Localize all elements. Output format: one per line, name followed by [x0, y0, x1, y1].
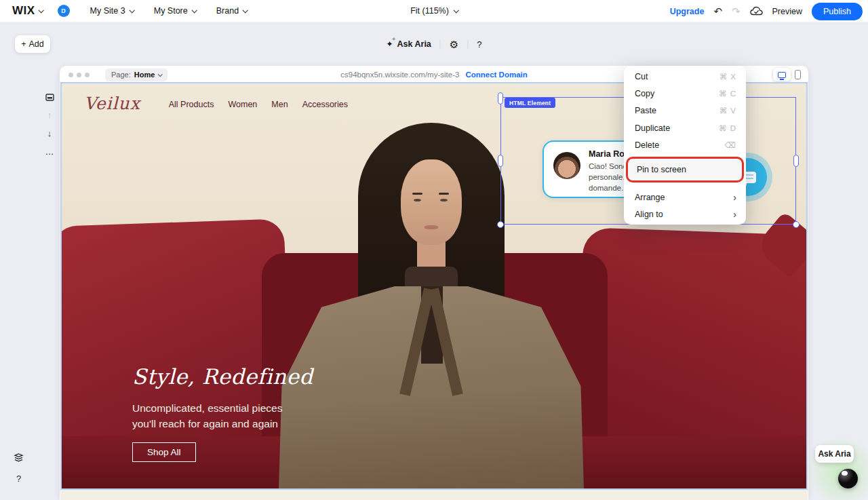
context-menu: Cut ⌘ X Copy ⌘ C Paste ⌘ V Duplicate ⌘ D…	[624, 66, 746, 225]
aria-assistant-button[interactable]	[838, 469, 858, 488]
chevron-down-icon	[38, 7, 43, 13]
hero-title: Style, Redefined	[132, 364, 313, 389]
context-menu-item-align-to[interactable]: Align to ›	[624, 206, 746, 223]
mobile-view-toggle[interactable]	[795, 70, 801, 79]
settings-gear-icon[interactable]: ⚙	[450, 39, 458, 50]
cloud-save-icon[interactable]	[750, 6, 763, 16]
ask-aria-tooltip[interactable]: Ask Aria	[815, 445, 854, 463]
window-dots	[68, 73, 90, 77]
monitor-icon	[778, 72, 786, 78]
context-menu-item-duplicate[interactable]: Duplicate ⌘ D	[624, 119, 746, 137]
preview-button[interactable]: Preview	[772, 7, 802, 16]
divider	[440, 39, 441, 49]
site-logo[interactable]: Veilux	[84, 94, 140, 113]
site-nav-all-products[interactable]: All Products	[169, 100, 214, 109]
desktop-view-toggle[interactable]	[773, 68, 791, 81]
context-menu-item-delete[interactable]: Delete ⌫	[624, 136, 746, 154]
site-nav-accessories[interactable]: Accessories	[302, 100, 348, 109]
submenu-arrow-icon: ›	[733, 210, 736, 219]
submenu-arrow-icon: ›	[733, 193, 736, 202]
more-options-icon[interactable]: …	[45, 147, 54, 156]
redo-icon[interactable]: ↷	[732, 6, 741, 16]
hero-photo-model-face	[401, 159, 462, 245]
layers-tool-icon[interactable]	[14, 453, 24, 463]
selection-handle-top-left[interactable]	[498, 92, 503, 104]
move-down-arrow-icon[interactable]: ↓	[47, 129, 52, 138]
help-icon[interactable]: ?	[16, 474, 21, 483]
upgrade-link[interactable]: Upgrade	[670, 7, 705, 16]
selection-handle-bottom-right[interactable]	[793, 221, 800, 228]
menu-my-store[interactable]: My Store	[154, 6, 196, 16]
zoom-level-selector[interactable]: Fit (115%)	[410, 6, 458, 16]
backspace-icon: ⌫	[725, 140, 736, 150]
selection-handle-mid-right[interactable]	[793, 155, 799, 167]
hero-subtitle-line2: you'll reach for again and again	[132, 416, 313, 431]
menu-my-site[interactable]: My Site 3	[90, 6, 134, 16]
site-nav-men[interactable]: Men	[271, 100, 288, 109]
selection-handle-mid-left[interactable]	[498, 155, 503, 167]
publish-button[interactable]: Publish	[812, 3, 863, 20]
connect-domain-link[interactable]: Connect Domain	[465, 71, 527, 79]
sparkle-icon: ✦✧	[386, 39, 393, 49]
ask-aria-button[interactable]: ✦✧ Ask Aria	[386, 39, 431, 49]
site-nav-women[interactable]: Women	[228, 100, 257, 109]
help-icon[interactable]: ?	[477, 39, 481, 50]
divider	[467, 39, 468, 49]
chevron-down-icon	[191, 7, 197, 13]
undo-icon[interactable]: ↶	[713, 6, 722, 16]
chat-agent-avatar	[553, 152, 580, 179]
chevron-down-icon	[453, 7, 458, 13]
context-menu-item-pin-to-screen[interactable]: Pin to screen	[626, 157, 744, 182]
page-selector[interactable]: Page: Home	[105, 69, 167, 81]
move-up-arrow-icon[interactable]: ↑	[47, 111, 52, 119]
add-element-button[interactable]: + Add	[15, 35, 50, 53]
chevron-down-icon	[158, 72, 163, 77]
context-menu-item-paste[interactable]: Paste ⌘ V	[624, 102, 746, 119]
shop-all-button[interactable]: Shop All	[132, 442, 196, 462]
hero-subtitle-line1: Uncomplicated, essential pieces	[132, 400, 313, 416]
wix-logo-menu[interactable]: WIX	[12, 4, 43, 18]
context-menu-item-arrange[interactable]: Arrange ›	[624, 189, 746, 206]
wix-logo: WIX	[12, 4, 35, 18]
menu-brand[interactable]: Brand	[216, 6, 247, 16]
chevron-down-icon	[243, 7, 248, 13]
section-tool-icon[interactable]	[45, 94, 54, 101]
context-menu-item-cut[interactable]: Cut ⌘ X	[624, 68, 746, 85]
site-url: cs94bqnx5n.wixsite.com/my-site-3	[340, 71, 459, 79]
chevron-down-icon	[129, 7, 134, 13]
user-avatar[interactable]: D	[58, 5, 70, 17]
selection-type-badge: HTML Element	[505, 98, 555, 108]
next-site-section	[60, 490, 808, 500]
selection-handle-bottom-left[interactable]	[497, 221, 504, 228]
context-menu-item-copy[interactable]: Copy ⌘ C	[624, 85, 746, 102]
hero-photo-model-blazer	[279, 282, 584, 490]
editor-top-bar: WIX D My Site 3 My Store Brand Fit (115%…	[0, 0, 868, 22]
plus-icon: +	[21, 39, 26, 49]
